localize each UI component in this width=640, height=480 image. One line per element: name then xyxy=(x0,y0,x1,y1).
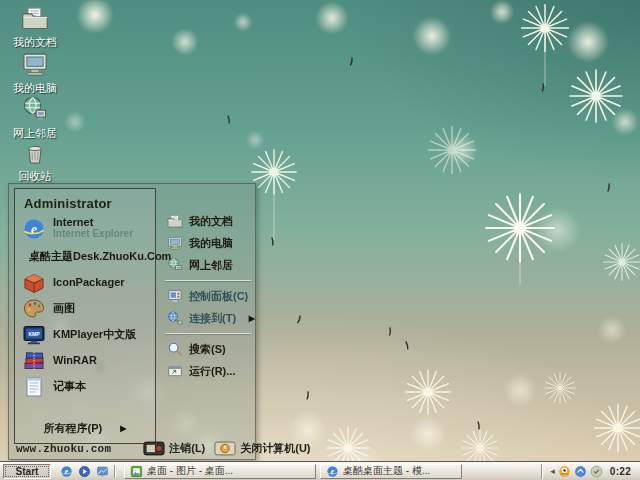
network-places-icon xyxy=(167,257,183,273)
menu-item-label: Internet xyxy=(53,216,93,228)
menu-item-label: 我的电脑 xyxy=(189,236,233,251)
qq-icon[interactable] xyxy=(558,465,571,478)
menu-item-label: 记事本 xyxy=(53,381,86,393)
turn-off-icon xyxy=(214,441,236,456)
log-off-label: 注销(L) xyxy=(169,441,205,456)
desktop-icon-network-places[interactable]: 网上邻居 xyxy=(5,95,65,141)
system-tray: ◂ 0:22 xyxy=(541,464,638,479)
menu-item-label: KMPlayer中文版 xyxy=(53,329,136,341)
control-panel-icon xyxy=(167,288,183,304)
my-computer-icon xyxy=(21,50,49,78)
task-button-label: 桌酷桌面主题 - 模... xyxy=(343,464,430,478)
menu-item-label: IconPackager xyxy=(53,277,125,289)
menu-item-control-panel[interactable]: 控制面板(C) xyxy=(163,285,253,307)
menu-item-label: WinRAR xyxy=(53,355,97,367)
desktop-icon-recycle-bin[interactable]: 回收站 xyxy=(5,142,65,184)
taskbar: Start 桌面 - 图片 - 桌面... 桌酷桌面主题 - 模... ◂ 0:… xyxy=(0,461,640,480)
menu-item-my-computer[interactable]: 我的电脑 xyxy=(163,232,253,254)
taskbar-clock[interactable]: 0:22 xyxy=(610,466,631,477)
task-button-zhuoku-browser[interactable]: 桌酷桌面主题 - 模... xyxy=(320,464,462,479)
status-icon[interactable] xyxy=(590,465,603,478)
menu-item-notepad[interactable]: 记事本 xyxy=(15,374,155,400)
messenger-icon[interactable] xyxy=(574,465,587,478)
menu-item-paint[interactable]: 画图 xyxy=(15,296,155,322)
desktop-icon-my-documents[interactable]: 我的文档 xyxy=(5,4,65,50)
menu-item-run[interactable]: 运行(R)... xyxy=(163,360,253,382)
connect-to-icon xyxy=(167,310,183,326)
winrar-icon xyxy=(22,349,46,373)
menu-item-label: 搜索(S) xyxy=(189,342,226,357)
user-name: Administrator xyxy=(15,189,155,211)
internet-explorer-icon xyxy=(326,465,339,478)
desktop-icon-label: 网上邻居 xyxy=(13,126,57,141)
start-menu-left-panel: Administrator InternetInternet Explorer … xyxy=(14,188,156,444)
log-off-button[interactable]: 注销(L) xyxy=(143,441,205,456)
my-documents-icon xyxy=(21,4,49,32)
menu-item-connect-to[interactable]: 连接到(T) ▶ xyxy=(163,307,253,329)
menu-item-label: 连接到(T) xyxy=(189,311,236,326)
menu-item-search[interactable]: 搜索(S) xyxy=(163,338,253,360)
image-viewer-icon xyxy=(130,465,143,478)
quick-launch-show-desktop[interactable] xyxy=(96,465,109,478)
recycle-bin-icon xyxy=(23,142,47,166)
run-icon xyxy=(167,363,183,379)
log-off-icon xyxy=(143,441,165,456)
turn-off-label: 关闭计算机(U) xyxy=(240,441,310,456)
notepad-icon xyxy=(22,375,46,399)
menu-item-internet[interactable]: InternetInternet Explorer xyxy=(15,213,155,244)
desktop: 我的文档 我的电脑 网上邻居 回收站 Administrator Interne… xyxy=(0,0,640,480)
menu-item-label: 桌酷主题Desk.ZhuoKu.Com xyxy=(29,251,171,263)
menu-item-label: 控制面板(C) xyxy=(189,289,248,304)
turn-off-computer-button[interactable]: 关闭计算机(U) xyxy=(214,441,310,456)
quick-launch-internet-explorer[interactable] xyxy=(60,465,73,478)
show-desktop-icon xyxy=(96,465,109,478)
menu-item-iconpackager[interactable]: IconPackager xyxy=(15,270,155,296)
start-menu: Administrator InternetInternet Explorer … xyxy=(8,183,256,460)
menu-item-label: 我的文档 xyxy=(189,214,233,229)
menu-separator xyxy=(165,333,251,334)
desktop-icon-label: 回收站 xyxy=(19,169,52,184)
quick-launch-bar xyxy=(60,465,109,478)
task-button-image-folder[interactable]: 桌面 - 图片 - 桌面... xyxy=(124,464,316,479)
menu-item-label: 画图 xyxy=(53,303,75,315)
desktop-icon-my-computer[interactable]: 我的电脑 xyxy=(5,50,65,96)
menu-item-network-places[interactable]: 网上邻居 xyxy=(163,254,253,276)
taskbar-divider xyxy=(114,465,115,478)
kmplayer-icon xyxy=(22,323,46,347)
network-places-icon xyxy=(21,95,49,123)
menu-item-label: 网上邻居 xyxy=(189,258,233,273)
zhuoku-website-label: www.zhuoku.com xyxy=(16,443,111,455)
start-button[interactable]: Start xyxy=(3,464,51,479)
menu-item-zhuoku-theme[interactable]: 桌酷主题Desk.ZhuoKu.Com xyxy=(15,244,155,270)
submenu-arrow-icon: ▶ xyxy=(120,424,126,433)
menu-separator xyxy=(165,280,251,281)
tray-collapse-chevron-icon[interactable]: ◂ xyxy=(550,467,555,476)
menu-item-kmplayer[interactable]: KMPlayer中文版 xyxy=(15,322,155,348)
menu-item-my-documents[interactable]: 我的文档 xyxy=(163,210,253,232)
all-programs-label: 所有程序(P) xyxy=(44,421,103,436)
iconpackager-icon xyxy=(22,271,46,295)
menu-item-winrar[interactable]: WinRAR xyxy=(15,348,155,374)
all-programs-button[interactable]: 所有程序(P) ▶ xyxy=(15,421,155,436)
task-button-label: 桌面 - 图片 - 桌面... xyxy=(147,464,233,478)
my-documents-icon xyxy=(167,213,183,229)
menu-item-sublabel: Internet Explorer xyxy=(53,229,133,240)
start-menu-footer: www.zhuoku.com 注销(L) 关闭计算机(U) xyxy=(9,440,255,457)
paint-icon xyxy=(22,297,46,321)
internet-explorer-icon xyxy=(60,465,73,478)
my-computer-icon xyxy=(167,235,183,251)
menu-item-label: 运行(R)... xyxy=(189,364,235,379)
start-menu-right-panel: 我的文档 我的电脑 网上邻居 控制面板(C) 连接到(T) ▶ xyxy=(163,210,253,382)
media-player-icon xyxy=(78,465,91,478)
quick-launch-media-player[interactable] xyxy=(78,465,91,478)
desktop-icon-label: 我的文档 xyxy=(13,35,57,50)
submenu-arrow-icon: ▶ xyxy=(249,314,255,323)
search-icon xyxy=(167,341,183,357)
desktop-icon-label: 我的电脑 xyxy=(13,81,57,96)
internet-explorer-icon xyxy=(22,217,46,241)
